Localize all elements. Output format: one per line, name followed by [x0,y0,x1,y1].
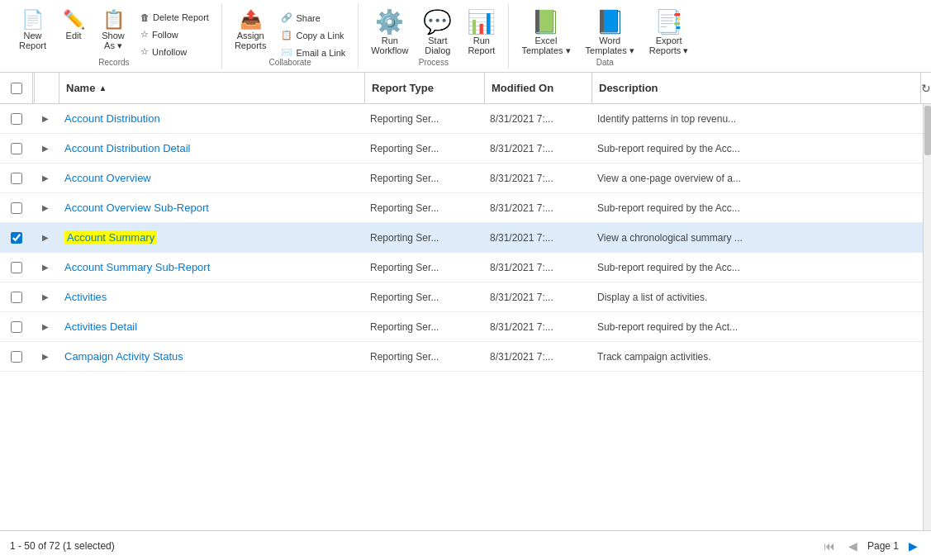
excel-templates-label: Excel Templates ▾ [521,36,570,56]
new-report-label: New Report [19,31,46,50]
new-report-button[interactable]: 📄 New Report [13,7,52,55]
excel-templates-button[interactable]: 📗 Excel Templates ▾ [515,7,576,60]
row-select-checkbox[interactable] [11,173,22,184]
row-checkbox-cell[interactable] [0,253,33,282]
edit-button[interactable]: ✏️ Edit [55,7,92,45]
row-checkbox-cell[interactable] [0,223,33,252]
scrollbar-thumb[interactable] [924,106,931,155]
row-expand-button[interactable]: ▶ [33,282,58,311]
row-checkbox-cell[interactable] [0,164,33,192]
row-checkbox-cell[interactable] [0,282,33,311]
description-column-label: Description [599,82,658,94]
table-row: ▶Account Summary Sub-ReportReporting Ser… [0,253,923,282]
row-modified-on: 8/31/2021 7:... [483,193,591,222]
row-expand-button[interactable]: ▶ [33,253,58,282]
edit-icon: ✏️ [63,11,85,29]
start-dialog-icon: 💬 [423,11,452,34]
row-description: Sub-report required by the Acc... [591,193,923,222]
row-name[interactable]: Account Distribution Detail [58,134,363,163]
table-row: ▶Account OverviewReporting Ser...8/31/20… [0,164,923,193]
row-select-checkbox[interactable] [11,202,22,214]
scrollbar-track[interactable] [923,104,931,530]
start-dialog-button[interactable]: 💬 Start Dialog [417,7,458,59]
column-header-description[interactable]: Description [592,73,921,103]
row-name[interactable]: Account Distribution [58,104,363,133]
row-name[interactable]: Account Summary [58,223,363,252]
row-description: Identify patterns in top revenu... [591,104,923,133]
column-header-report-type[interactable]: Report Type [365,73,485,103]
row-select-checkbox[interactable] [11,351,22,363]
toolbar-group-data: 📗 Excel Templates ▾ 📘 Word Templates ▾ 📑… [509,3,701,69]
unfollow-label: Unfollow [152,47,187,57]
word-templates-button[interactable]: 📘 Word Templates ▾ [580,7,640,60]
first-page-button[interactable]: ⏮ [820,538,838,554]
run-workflow-button[interactable]: ⚙️ Run Workflow [365,7,414,59]
follow-button[interactable]: ☆ Follow [135,26,215,42]
follow-icon: ☆ [140,29,149,40]
select-all-checkbox[interactable] [11,83,22,94]
table-body: ▶Account DistributionReporting Ser...8/3… [0,104,923,530]
row-expand-button[interactable]: ▶ [33,164,58,192]
row-checkbox-cell[interactable] [0,312,33,341]
column-header-name[interactable]: Name ▲ [59,73,365,103]
row-report-type: Reporting Ser... [363,342,483,371]
row-name[interactable]: Campaign Activity Status [58,342,363,371]
row-select-checkbox[interactable] [11,113,22,125]
row-select-checkbox[interactable] [11,143,22,154]
row-checkbox-cell[interactable] [0,193,33,222]
row-expand-button[interactable]: ▶ [33,193,58,222]
row-report-type: Reporting Ser... [363,223,483,252]
delete-icon: 🗑 [140,12,150,22]
copy-link-button[interactable]: 📋 Copy a Link [275,27,351,43]
assign-reports-label: Assign Reports [235,31,267,50]
row-expand-button[interactable]: ▶ [33,223,58,252]
row-name[interactable]: Activities [58,282,363,311]
assign-reports-button[interactable]: 📤 Assign Reports [229,7,273,55]
table-row: ▶Campaign Activity StatusReporting Ser..… [0,342,923,372]
sort-arrow-icon: ▲ [98,83,107,93]
table-wrapper: ▶Account DistributionReporting Ser...8/3… [0,104,931,530]
row-description: Track campaign activities. [591,342,923,371]
content-area: Name ▲ Report Type Modified On Descripti… [0,73,931,560]
row-select-checkbox[interactable] [11,292,22,303]
row-modified-on: 8/31/2021 7:... [483,282,591,311]
row-report-type: Reporting Ser... [363,134,483,163]
run-report-icon: 📊 [467,11,496,34]
collaborate-group-label: Collaborate [222,58,358,67]
toolbar-group-records: 📄 New Report ✏️ Edit 📋 Show As ▾ 🗑 Delet… [7,3,222,69]
row-select-checkbox[interactable] [11,262,22,273]
toolbar-group-process: ⚙️ Run Workflow 💬 Start Dialog 📊 Run Rep… [359,3,509,69]
export-reports-label: Export Reports ▾ [649,36,689,56]
row-checkbox-cell[interactable] [0,342,33,371]
row-name[interactable]: Account Summary Sub-Report [58,253,363,282]
export-reports-button[interactable]: 📑 Export Reports ▾ [644,7,695,60]
new-report-icon: 📄 [21,11,44,29]
row-checkbox-cell[interactable] [0,104,33,133]
refresh-button[interactable]: ↻ [921,82,931,95]
row-expand-button[interactable]: ▶ [33,342,58,371]
share-button[interactable]: 🔗 Share [275,10,351,26]
run-report-button[interactable]: 📊 Run Report [461,7,501,59]
row-name-highlighted: Account Summary [64,230,157,244]
row-expand-button[interactable]: ▶ [33,134,58,163]
show-as-button[interactable]: 📋 Show As ▾ [95,7,131,55]
row-expand-button[interactable]: ▶ [33,312,58,341]
row-checkbox-cell[interactable] [0,134,33,163]
delete-report-button[interactable]: 🗑 Delete Report [135,10,215,25]
column-header-modified-on[interactable]: Modified On [485,73,592,103]
edit-label: Edit [66,31,82,40]
table-row: ▶Account Overview Sub-ReportReporting Se… [0,193,923,223]
row-name[interactable]: Activities Detail [58,312,363,341]
row-name[interactable]: Account Overview Sub-Report [58,193,363,222]
row-select-checkbox[interactable] [11,321,22,333]
next-page-button[interactable]: ▶ [905,538,921,554]
row-description: View a chronological summary ... [591,223,923,252]
row-report-type: Reporting Ser... [363,253,483,282]
row-expand-button[interactable]: ▶ [33,104,58,133]
row-name[interactable]: Account Overview [58,164,363,192]
name-column-label: Name [66,82,95,94]
header-checkbox-cell[interactable] [0,73,33,103]
row-modified-on: 8/31/2021 7:... [483,164,591,192]
prev-page-button[interactable]: ◀ [845,538,861,554]
row-select-checkbox[interactable] [11,232,22,244]
